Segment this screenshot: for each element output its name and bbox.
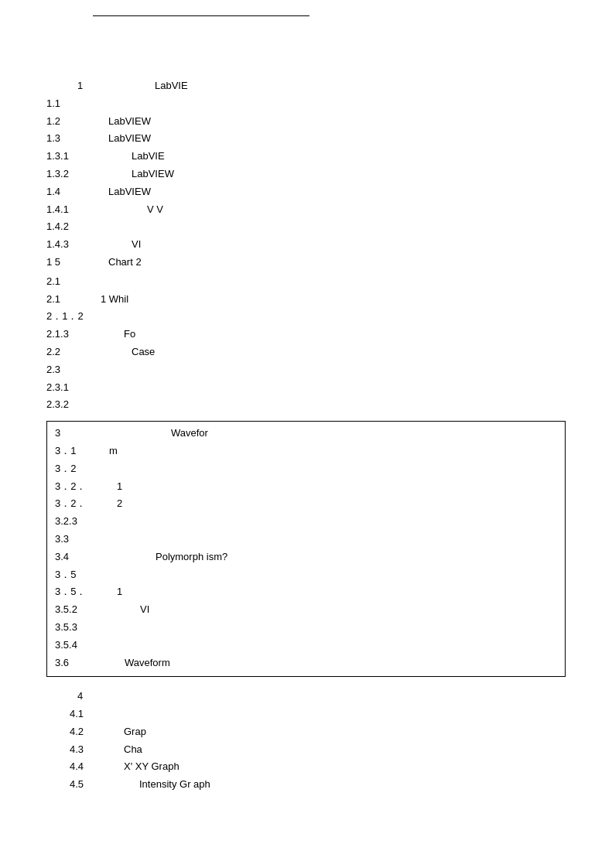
toc-item-4-2: 4.2 Grap <box>70 724 566 740</box>
toc-num: 1.4.1 <box>46 202 101 218</box>
toc-num: 1.4.3 <box>46 237 101 253</box>
toc-num: 3．5 <box>55 567 101 583</box>
toc-item-1-3: 1.3 LabVIEW <box>46 131 566 147</box>
toc-num: 3.5.3 <box>55 620 109 636</box>
toc-num: 2.1.3 <box>46 326 101 343</box>
toc-text: V V <box>101 202 566 218</box>
toc-num: 3．5． <box>55 584 109 600</box>
toc-item-1: 1 LabVIE <box>46 78 566 94</box>
toc-item-2-1-2: 2．1．2 <box>46 309 566 325</box>
toc-num: 4.4 <box>70 759 108 775</box>
toc-num: 1 5 <box>46 255 85 271</box>
toc-item-4-1: 4.1 <box>70 706 566 723</box>
toc-num: 1.3.1 <box>46 149 101 165</box>
toc-num: 4.5 <box>70 777 108 793</box>
toc-text: Fo <box>101 326 566 343</box>
toc-text: LabVIEW <box>85 184 566 200</box>
toc-text <box>85 96 566 112</box>
toc-item-4-5: 4.5 Intensity Gr aph <box>70 777 566 793</box>
toc-num: 3．2． <box>55 479 109 495</box>
toc-num: 3．2． <box>55 496 109 512</box>
section-header-num: 4 <box>70 689 101 705</box>
toc-item-3-5-3: 3.5.3 <box>55 620 557 636</box>
toc-text <box>85 362 566 378</box>
toc-item-3-1: 3．1 m <box>55 443 557 460</box>
toc-text: VI <box>109 602 149 618</box>
toc-num: 1.3 <box>46 131 85 147</box>
toc-text: 1 <box>109 479 122 495</box>
toc-item-4-4: 4.4 X' XY Graph <box>70 759 566 775</box>
toc-num: 2．1．2 <box>46 309 101 325</box>
toc-num: 1.4.2 <box>46 219 101 235</box>
toc-text: Intensity Gr aph <box>108 777 210 793</box>
toc-num: 2.1 <box>46 292 85 308</box>
toc-item-1-4: 1.4 LabVIEW <box>46 184 566 200</box>
toc-item-1-4-1: 1.4.1 V V <box>46 202 566 218</box>
toc-num: 2.3.1 <box>46 380 101 396</box>
toc-num: 3.5.2 <box>55 602 109 618</box>
toc-item-1-4-3: 1.4.3 VI <box>46 237 566 253</box>
toc-section-2: 2.1 2.1 1 Whil 2．1．2 2.1.3 Fo 2.2 Case 2… <box>46 274 566 413</box>
toc-text: VI <box>101 237 566 253</box>
section-4: 4 4.1 4.2 Grap 4.3 Cha 4.4 X' XY Graph 4… <box>46 689 566 793</box>
toc-text: 2 <box>109 496 122 512</box>
toc-num: 2.1 <box>46 274 85 290</box>
toc-num: 2.2 <box>46 344 85 361</box>
toc-item-2-1-3: 2.1.3 Fo <box>46 326 566 343</box>
toc-num: 3.6 <box>55 655 94 672</box>
toc-text: Polymorph ism? <box>94 549 227 566</box>
toc-num: 3.5.4 <box>55 637 109 654</box>
toc-num: 1 <box>46 78 108 94</box>
toc-num: 2.3 <box>46 362 85 378</box>
toc-num: 3.3 <box>55 531 94 548</box>
toc-item-2-1: 2.1 <box>46 274 566 290</box>
toc-item-1-5: 1 5 Chart 2 <box>46 255 566 271</box>
toc-text <box>85 274 566 290</box>
section-3-box: 3 Wavefor 3．1 m 3．2 3．2． 1 3．2． 2 3.2.3 … <box>46 421 566 677</box>
toc-num: 3.2.3 <box>55 514 109 530</box>
toc-text: Chart 2 <box>85 255 566 271</box>
section-header-num: 3 <box>55 425 78 442</box>
toc-text <box>101 397 566 413</box>
toc-item-4-3: 4.3 Cha <box>70 742 566 758</box>
toc-item-1-2: 1.2 LabVIEW <box>46 114 566 130</box>
toc-num: 1.2 <box>46 114 85 130</box>
toc-item-2-3-1: 2.3.1 <box>46 380 566 396</box>
toc-text: X' XY Graph <box>108 759 179 775</box>
toc-item-3-3: 3.3 <box>55 531 557 548</box>
section-4-header: 4 <box>70 689 566 705</box>
toc-item-3-4: 3.4 Polymorph ism? <box>55 549 557 566</box>
toc-num: 1.3.2 <box>46 166 101 183</box>
toc-num: 2.3.2 <box>46 397 101 413</box>
toc-item-3-6: 3.6 Waveform <box>55 655 557 672</box>
toc-text: Case <box>85 344 566 361</box>
toc-num: 3.4 <box>55 549 94 566</box>
toc-item-1-4-2: 1.4.2 <box>46 219 566 235</box>
toc-num: 1.1 <box>46 96 85 112</box>
toc-num: 3．1 <box>55 443 101 460</box>
toc-text: LabVIE <box>101 149 566 165</box>
toc-item-3-2-2: 3．2． 2 <box>55 496 557 512</box>
toc-item-1-3-1: 1.3.1 LabVIE <box>46 149 566 165</box>
toc-item-2-3-2: 2.3.2 <box>46 397 566 413</box>
toc-num: 1.4 <box>46 184 85 200</box>
toc-item-3-5-2: 3.5.2 VI <box>55 602 557 618</box>
toc-text <box>101 309 566 325</box>
toc-item-2-1-1: 2.1 1 Whil <box>46 292 566 308</box>
toc-text: 1 Whil <box>85 292 566 308</box>
toc-text: LabVIEW <box>85 114 566 130</box>
top-line <box>93 15 309 16</box>
toc-text: LabVIEW <box>85 131 566 147</box>
toc-item-3-5-4: 3.5.4 <box>55 637 557 654</box>
toc-text: m <box>101 443 118 460</box>
toc-item-2-3: 2.3 <box>46 362 566 378</box>
toc-text: 1 <box>109 584 122 600</box>
toc-section-1: 1 LabVIE 1.1 1.2 LabVIEW 1.3 LabVIEW 1.3… <box>46 78 566 271</box>
toc-item-3-2-1: 3．2． 1 <box>55 479 557 495</box>
toc-item-1-3-2: 1.3.2 LabVIEW <box>46 166 566 183</box>
toc-text: Cha <box>108 742 142 758</box>
toc-text: LabVIEW <box>101 166 566 183</box>
toc-num: 4.1 <box>70 706 108 723</box>
toc-num: 3．2 <box>55 461 101 477</box>
toc-text: LabVIE <box>108 78 566 94</box>
